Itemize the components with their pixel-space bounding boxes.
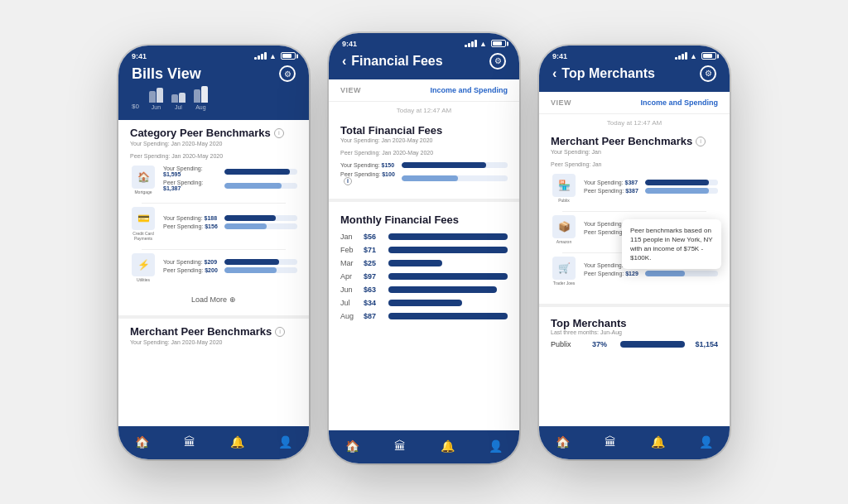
phone3-publix-label: Publix: [558, 198, 570, 203]
phone1-merchant-sub: Your Spending: Jan 2020-May 2020: [130, 339, 297, 345]
phone1-credit-peer-track: [224, 223, 297, 229]
phone2-peer-track: [402, 175, 508, 181]
phone2-jul-row: Jul $34: [329, 296, 519, 310]
phone3-view-tabs: VIEW Income and Spending: [539, 92, 730, 114]
phone1-merchant-info-icon[interactable]: i: [275, 327, 285, 337]
phone2-jun-row: Jun $63: [329, 283, 519, 296]
phone3-traderjoes-icon-wrapper: 🛒 Trader Joes: [551, 257, 577, 286]
phone1-nav-bank-icon[interactable]: 🏛: [181, 433, 199, 451]
phone2-nav-home-icon[interactable]: 🏠: [344, 437, 362, 455]
phone1-category-info-icon[interactable]: i: [274, 128, 284, 138]
phone1-utilities-peer-label: Peer Spending: $200: [163, 267, 221, 273]
phone1-utilities-bars: Your Spending: $209 Peer Spending: $200: [163, 259, 297, 276]
phone1-nav-home-icon[interactable]: 🏠: [133, 433, 152, 451]
phone1-chart-label-aug: Aug: [195, 104, 205, 110]
phone2-view-tabs: VIEW Income and Spending: [329, 79, 519, 102]
phone3-traderjoes-label: Trader Joes: [553, 281, 576, 286]
phone3-amazon-label: Amazon: [556, 239, 571, 244]
phone3-status-bar: 9:41 ▲: [552, 52, 716, 60]
phone2-jul-bar: [388, 300, 462, 306]
phone2-total-sub1: Your Spending: Jan 2020-May 2020: [340, 137, 508, 143]
phone2-nav-user-icon[interactable]: 👤: [486, 437, 504, 455]
phone1-load-more[interactable]: Load More ⊕: [130, 290, 297, 309]
phone1-credit-icon-wrapper: 💳 Credit Card Payments: [130, 207, 157, 241]
phone3-battery: [701, 52, 716, 60]
phone1-chart-label-jun: Jun: [152, 104, 161, 110]
phone2-nav: 🏠 🏛 🔔 👤: [329, 430, 519, 463]
phone1-chart-aug: Aug: [194, 86, 208, 110]
phone2-jul-label: Jul: [340, 299, 359, 307]
phone2-feb-bar: [388, 247, 508, 253]
phone1-time: 9:41: [132, 52, 147, 60]
phone3-nav-bell-icon[interactable]: 🔔: [649, 433, 667, 451]
phone1-divider2: [142, 249, 286, 250]
phone3-top-merchants: Top Merchants Last three months: Jun-Aug…: [539, 310, 730, 358]
phone2-title: Financial Fees: [351, 54, 442, 69]
phone3-tooltip-text: Peer benchmarks based on 115 people in N…: [630, 227, 712, 262]
phone3-traderjoes-peer-label: Peer Spending: $129: [584, 271, 642, 276]
phone3-benchmarks-info-icon[interactable]: i: [696, 137, 706, 146]
phone1-mortgage-icon: 🏠: [132, 166, 155, 189]
phone3-nav: 🏠 🏛 🔔 👤: [539, 426, 730, 459]
phone3-traderjoes-icon: 🛒: [552, 257, 576, 280]
phone2-nav-bell-icon[interactable]: 🔔: [439, 437, 457, 455]
phone3-publix-row: 🏪 Publix Your Spending: $387 Peer Spendi…: [551, 174, 718, 203]
phone1-chart-jun: Jun: [149, 88, 163, 110]
phone2-gear-icon[interactable]: ⚙: [489, 53, 506, 70]
phone2-jan-row: Jan $56: [329, 230, 519, 243]
phone3-publix-icon-wrapper: 🏪 Publix: [551, 174, 577, 203]
phone2-apr-bar: [388, 273, 508, 280]
phone1-nav-user-icon[interactable]: 👤: [276, 433, 294, 451]
phone3-time: 9:41: [552, 52, 567, 60]
phone3-tooltip: Peer benchmarks based on 115 people in N…: [622, 219, 721, 270]
phone3-nav-home-icon[interactable]: 🏠: [554, 433, 572, 451]
phone3-view-value[interactable]: Income and Spending: [640, 98, 718, 107]
phone3-rank-publix-pct: 37%: [592, 340, 617, 348]
phone1-merchant-section: Merchant Peer Benchmarks i Your Spending…: [118, 319, 309, 358]
phone2-battery: [491, 40, 506, 47]
phone3-rank-publix-bar: [620, 341, 685, 348]
phone2-jun-amount: $63: [364, 286, 383, 294]
phone2-nav-bank-icon[interactable]: 🏛: [391, 437, 409, 455]
phone3-timestamp: Today at 12:47 AM: [539, 114, 730, 128]
phone1-gear-icon[interactable]: ⚙: [279, 65, 296, 82]
phone3-gear-icon[interactable]: ⚙: [700, 65, 716, 82]
phone2-jun-bar: [388, 286, 497, 293]
phone1-category-sub2: Peer Spending: Jan 2020-May 2020: [130, 153, 297, 159]
phone1-credit-your-label: Your Spending: $188: [163, 215, 221, 221]
phone2-aug-row: Aug $87: [329, 310, 519, 323]
phone3-nav-user-icon[interactable]: 👤: [696, 433, 715, 451]
phone3-publix-your-label: Your Spending: $387: [584, 180, 642, 185]
phone2-divider: [329, 199, 519, 202]
phone3-back-arrow[interactable]: ‹: [552, 66, 556, 81]
phone2-monthly-section: Monthly Financial Fees: [329, 205, 519, 230]
phone2-mar-label: Mar: [340, 259, 359, 267]
phone3-header: 9:41 ▲ ‹ Top Merchan: [539, 46, 730, 92]
phone1-utilities-label: Utilities: [137, 277, 150, 282]
phone2-mar-row: Mar $25: [329, 257, 519, 270]
phone1-category-title: Category Peer Benchmarks: [130, 127, 271, 139]
phone2-signal: [465, 40, 477, 47]
phone2-view-value[interactable]: Income and Spending: [430, 86, 508, 94]
phone1-battery: [281, 52, 296, 60]
phone3-nav-bank-icon[interactable]: 🏛: [601, 433, 619, 451]
phone2-back-arrow[interactable]: ‹: [342, 54, 346, 69]
phone1-mortgage-row: 🏠 Mortgage Your Spending: $1,595 Peer Sp…: [130, 166, 297, 194]
phone1-credit-row: 💳 Credit Card Payments Your Spending: $1…: [130, 207, 297, 241]
phone2-status-bar: 9:41 ▲: [342, 40, 506, 48]
phone3-publix-icon: 🏪: [552, 174, 576, 197]
phone2-apr-amount: $97: [364, 272, 383, 281]
phone1-nav-bell-icon[interactable]: 🔔: [229, 433, 247, 451]
phone2-total-title: Total Financial Fees: [340, 124, 442, 137]
phone2-apr-label: Apr: [340, 272, 359, 281]
phone2-your-track: [402, 162, 508, 168]
phone1-mortgage-bars: Your Spending: $1,595 Peer Spending: $1,…: [163, 166, 297, 194]
phone1-chart-label-jul: Jul: [175, 104, 182, 110]
phone3-benchmarks-sub1: Your Spending: Jan: [551, 149, 718, 155]
phone2-jan-amount: $56: [364, 233, 383, 241]
phone3-section-divider: [539, 304, 730, 307]
phone2-apr-row: Apr $97: [329, 270, 519, 283]
phone1-utilities-row: ⚡ Utilities Your Spending: $209 Peer Spe…: [130, 253, 297, 282]
phone3-title-row: ‹ Top Merchants: [552, 66, 655, 81]
phone3-top-merchants-sub: Last three months: Jun-Aug: [551, 329, 718, 335]
